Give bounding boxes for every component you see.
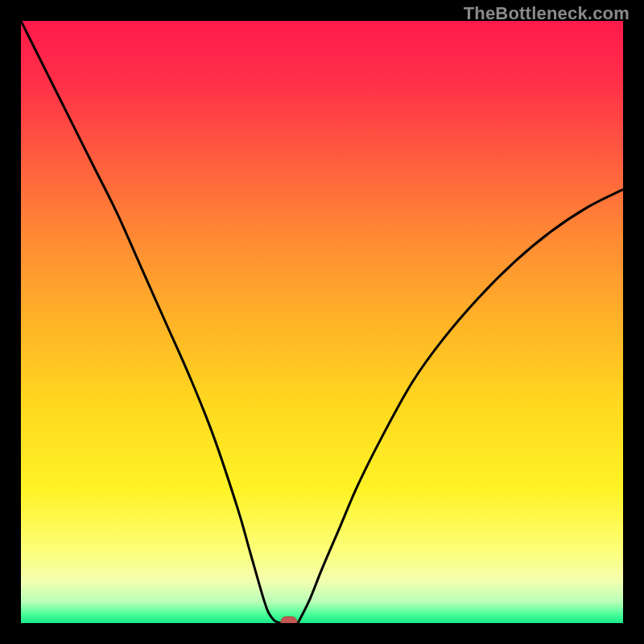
plot-background — [21, 21, 623, 623]
optimal-marker — [281, 617, 297, 628]
chart-frame: { "watermark": "TheBottleneck.com", "col… — [0, 0, 644, 644]
watermark-text: TheBottleneck.com — [464, 3, 630, 24]
bottleneck-chart — [0, 0, 644, 644]
